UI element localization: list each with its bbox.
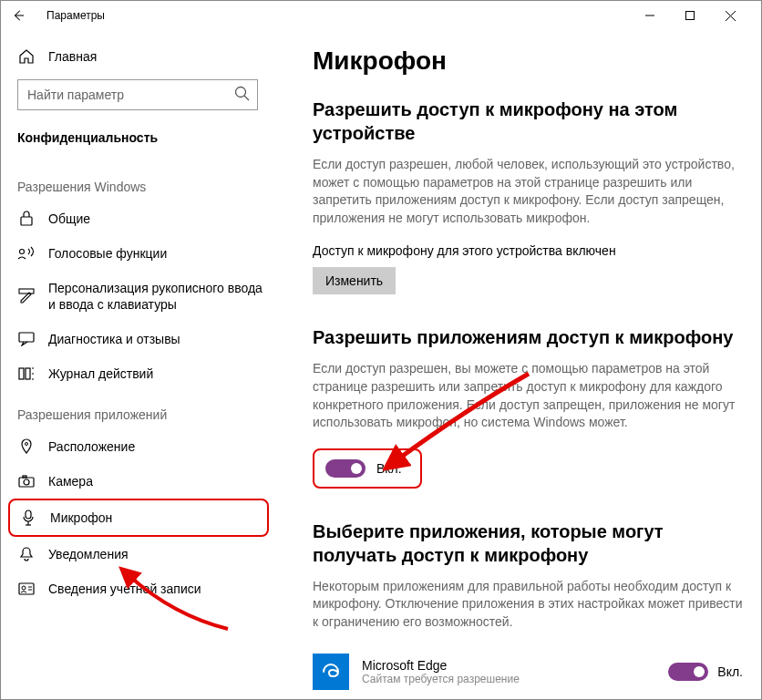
minimize-button[interactable] bbox=[630, 1, 670, 30]
inking-icon bbox=[17, 288, 36, 304]
sidebar-item-account-info[interactable]: Сведения учетной записи bbox=[1, 571, 274, 606]
svg-rect-1 bbox=[686, 12, 695, 20]
svg-point-4 bbox=[236, 88, 246, 98]
sidebar-item-notifications[interactable]: Уведомления bbox=[1, 537, 274, 571]
toggle-state-label: Вкл. bbox=[376, 461, 402, 476]
app-sub: Сайтам требуется разрешение bbox=[362, 673, 668, 685]
section3-title: Выберите приложения, которые могут получ… bbox=[313, 520, 743, 567]
sidebar-item-diagnostics[interactable]: Диагностика и отзывы bbox=[1, 322, 274, 356]
speech-icon bbox=[17, 245, 36, 262]
close-button[interactable] bbox=[710, 1, 750, 30]
home-icon bbox=[17, 48, 36, 65]
sidebar-item-inking[interactable]: Персонализация рукописного ввода и ввода… bbox=[1, 271, 274, 322]
bell-icon bbox=[17, 546, 36, 562]
sidebar-item-location[interactable]: Расположение bbox=[1, 429, 274, 464]
sidebar-item-general[interactable]: Общие bbox=[1, 201, 274, 236]
toggle-state-label: Вкл. bbox=[717, 664, 743, 679]
sidebar-item-label: Камера bbox=[48, 475, 93, 488]
svg-line-5 bbox=[244, 96, 249, 100]
microphone-icon bbox=[19, 510, 37, 526]
lock-icon bbox=[17, 211, 36, 227]
sidebar-item-label: Голосовые функции bbox=[48, 247, 167, 260]
section1-desc: Если доступ разрешен, любой человек, исп… bbox=[313, 156, 743, 227]
activity-icon bbox=[17, 365, 36, 382]
sidebar-item-label: Общие bbox=[48, 212, 90, 225]
section3-desc: Некоторым приложениям для правильной раб… bbox=[313, 578, 743, 632]
svg-rect-9 bbox=[19, 333, 34, 342]
svg-rect-8 bbox=[19, 289, 34, 293]
svg-point-23 bbox=[22, 586, 26, 590]
section-windows-permissions: Разрешения Windows bbox=[1, 163, 274, 201]
sidebar-item-label: Сведения учетной записи bbox=[48, 582, 201, 595]
sidebar-item-label: Расположение bbox=[48, 440, 135, 453]
edge-app-icon bbox=[313, 654, 349, 690]
back-button[interactable] bbox=[12, 9, 30, 22]
svg-point-7 bbox=[20, 250, 25, 254]
change-button[interactable]: Изменить bbox=[313, 267, 396, 294]
maximize-button[interactable] bbox=[670, 1, 710, 30]
sidebar-item-label: Персонализация рукописного ввода и ввода… bbox=[48, 280, 269, 313]
location-icon bbox=[17, 438, 36, 455]
page-title: Микрофон bbox=[313, 46, 743, 76]
svg-point-17 bbox=[24, 479, 29, 485]
section2-desc: Если доступ разрешен, вы можете с помощь… bbox=[313, 360, 743, 431]
search-input[interactable] bbox=[17, 79, 258, 110]
feedback-icon bbox=[17, 331, 36, 347]
window-title: Параметры bbox=[46, 9, 105, 22]
svg-point-15 bbox=[26, 443, 28, 446]
sidebar-item-label: Главная bbox=[48, 50, 97, 63]
sidebar-item-label: Журнал действий bbox=[48, 367, 153, 380]
section-app-permissions: Разрешения приложений bbox=[1, 391, 274, 429]
svg-rect-19 bbox=[26, 510, 31, 519]
sidebar-item-home[interactable]: Главная bbox=[1, 39, 274, 74]
app-edge-toggle[interactable] bbox=[668, 663, 708, 681]
account-icon bbox=[17, 581, 36, 597]
sidebar-item-label: Уведомления bbox=[48, 548, 129, 561]
app-name: Microsoft Edge bbox=[362, 658, 668, 673]
annotation-highlight-toggle: Вкл. bbox=[313, 448, 422, 489]
category-label: Конфиденциальность bbox=[1, 125, 274, 163]
svg-rect-6 bbox=[21, 217, 32, 225]
section2-title: Разрешить приложениям доступ к микрофону bbox=[313, 325, 743, 349]
svg-rect-18 bbox=[23, 476, 26, 478]
sidebar: Главная Конфиденциальность Разрешения Wi… bbox=[1, 30, 282, 699]
sidebar-item-camera[interactable]: Камера bbox=[1, 464, 274, 499]
sidebar-item-microphone[interactable]: Микрофон bbox=[10, 500, 267, 535]
camera-icon bbox=[17, 473, 36, 489]
search-icon bbox=[234, 86, 251, 102]
sidebar-item-speech[interactable]: Голосовые функции bbox=[1, 236, 274, 271]
svg-rect-11 bbox=[26, 368, 30, 379]
app-row-edge: Microsoft Edge Сайтам требуется разрешен… bbox=[313, 648, 743, 695]
apps-mic-toggle[interactable] bbox=[325, 459, 366, 478]
main-content: Микрофон Разрешить доступ к микрофону на… bbox=[282, 30, 761, 699]
section1-title: Разрешить доступ к микрофону на этом уст… bbox=[313, 98, 743, 145]
sidebar-item-label: Микрофон bbox=[50, 511, 112, 524]
sidebar-item-activity[interactable]: Журнал действий bbox=[1, 356, 274, 391]
svg-rect-10 bbox=[19, 368, 24, 379]
mic-access-status: Доступ к микрофону для этого устройства … bbox=[313, 243, 743, 258]
sidebar-item-label: Диагностика и отзывы bbox=[48, 333, 180, 345]
